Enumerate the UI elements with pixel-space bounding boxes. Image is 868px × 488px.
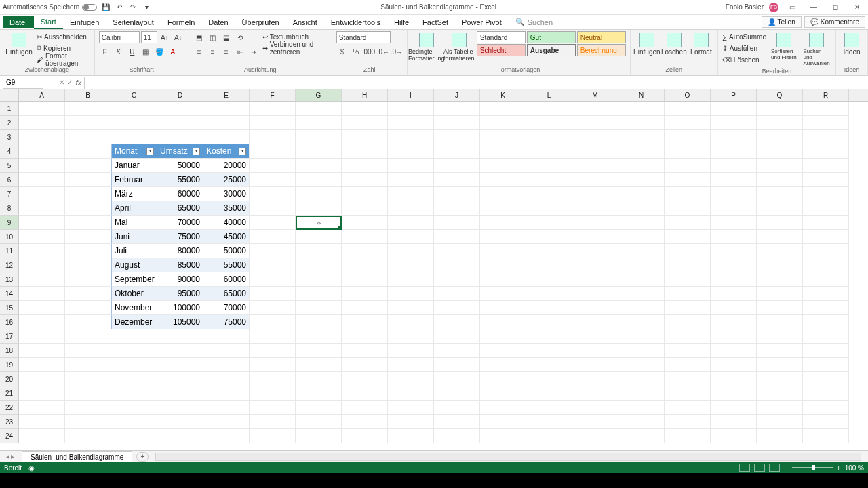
cell-J6[interactable] bbox=[434, 173, 480, 187]
column-header-K[interactable]: K bbox=[480, 89, 526, 101]
style-berechnung[interactable]: Berechnung bbox=[577, 44, 626, 56]
autosave[interactable]: Automatisches Speichern bbox=[3, 3, 97, 11]
cell-D1[interactable] bbox=[157, 102, 203, 116]
cell-N11[interactable] bbox=[618, 244, 665, 258]
cell-E7[interactable]: 30000 bbox=[203, 187, 250, 201]
cell-Q19[interactable] bbox=[757, 358, 803, 372]
cell-D7[interactable]: 60000 bbox=[157, 187, 203, 201]
cell-C11[interactable]: Juli bbox=[111, 244, 157, 258]
cell-G10[interactable] bbox=[296, 230, 342, 244]
cell-L22[interactable] bbox=[526, 401, 572, 415]
column-header-D[interactable]: D bbox=[157, 89, 203, 101]
cell-B10[interactable] bbox=[65, 230, 111, 244]
cell-D15[interactable]: 100000 bbox=[157, 301, 203, 315]
cell-K13[interactable] bbox=[480, 272, 526, 287]
cell-R4[interactable] bbox=[803, 144, 849, 159]
cell-F17[interactable] bbox=[250, 329, 296, 344]
fill-button[interactable]: ↧Ausfüllen bbox=[722, 43, 766, 54]
orientation-icon[interactable]: ⟲ bbox=[234, 31, 246, 43]
cell-G4[interactable] bbox=[296, 144, 342, 159]
cell-F9[interactable] bbox=[250, 216, 296, 230]
cell-C23[interactable] bbox=[111, 415, 157, 429]
border-icon[interactable]: ▦ bbox=[140, 45, 152, 58]
font-name-select[interactable]: Calibri bbox=[99, 31, 140, 43]
cell-N12[interactable] bbox=[618, 258, 665, 272]
tab-insert[interactable]: Einfügen bbox=[63, 16, 106, 28]
cell-E19[interactable] bbox=[203, 358, 250, 372]
cell-R19[interactable] bbox=[803, 358, 849, 372]
cell-C3[interactable] bbox=[111, 130, 157, 144]
cell-P3[interactable] bbox=[711, 130, 757, 144]
cell-E9[interactable]: 40000 bbox=[203, 216, 250, 230]
zoom-level[interactable]: 100 % bbox=[845, 464, 864, 472]
cell-A14[interactable] bbox=[19, 287, 65, 301]
cell-G11[interactable] bbox=[296, 244, 342, 258]
cell-L11[interactable] bbox=[526, 244, 572, 258]
cell-O12[interactable] bbox=[665, 258, 711, 272]
row-header-21[interactable]: 21 bbox=[0, 386, 19, 401]
cell-Q2[interactable] bbox=[757, 116, 803, 130]
cell-Q14[interactable] bbox=[757, 287, 803, 301]
column-header-P[interactable]: P bbox=[711, 89, 757, 101]
cell-A8[interactable] bbox=[19, 201, 65, 216]
cell-N16[interactable] bbox=[618, 315, 665, 329]
cell-O1[interactable] bbox=[665, 102, 711, 116]
row-header-9[interactable]: 9 bbox=[0, 216, 19, 230]
cell-A19[interactable] bbox=[19, 358, 65, 372]
cell-M12[interactable] bbox=[572, 258, 618, 272]
cell-M5[interactable] bbox=[572, 159, 618, 173]
cell-L18[interactable] bbox=[526, 344, 572, 358]
cell-J22[interactable] bbox=[434, 401, 480, 415]
cell-Q20[interactable] bbox=[757, 372, 803, 386]
cell-R12[interactable] bbox=[803, 258, 849, 272]
cell-H2[interactable] bbox=[342, 116, 388, 130]
cell-K11[interactable] bbox=[480, 244, 526, 258]
cell-J9[interactable] bbox=[434, 216, 480, 230]
cell-E8[interactable]: 35000 bbox=[203, 201, 250, 216]
row-header-10[interactable]: 10 bbox=[0, 230, 19, 244]
cell-N9[interactable] bbox=[618, 216, 665, 230]
cell-P24[interactable] bbox=[711, 429, 757, 443]
column-header-J[interactable]: J bbox=[434, 89, 480, 101]
cell-F11[interactable] bbox=[250, 244, 296, 258]
cell-O24[interactable] bbox=[665, 429, 711, 443]
cell-O10[interactable] bbox=[665, 230, 711, 244]
cell-N19[interactable] bbox=[618, 358, 665, 372]
cell-C17[interactable] bbox=[111, 329, 157, 344]
cell-Q16[interactable] bbox=[757, 315, 803, 329]
save-icon[interactable]: 💾 bbox=[101, 3, 111, 12]
column-header-B[interactable]: B bbox=[65, 89, 111, 101]
tab-help[interactable]: Hilfe bbox=[387, 16, 416, 28]
cell-I5[interactable] bbox=[388, 159, 434, 173]
cell-O17[interactable] bbox=[665, 329, 711, 344]
cell-O14[interactable] bbox=[665, 287, 711, 301]
cell-B21[interactable] bbox=[65, 386, 111, 401]
cell-J7[interactable] bbox=[434, 187, 480, 201]
cell-J8[interactable] bbox=[434, 201, 480, 216]
column-header-N[interactable]: N bbox=[618, 89, 665, 101]
comments-button[interactable]: 💬 Kommentare bbox=[804, 16, 865, 28]
cell-K20[interactable] bbox=[480, 372, 526, 386]
column-header-F[interactable]: F bbox=[250, 89, 296, 101]
cell-C18[interactable] bbox=[111, 344, 157, 358]
cell-G17[interactable] bbox=[296, 329, 342, 344]
cell-C22[interactable] bbox=[111, 401, 157, 415]
filter-button-umsatz[interactable]: ▾ bbox=[193, 148, 200, 155]
increase-font-icon[interactable]: A↑ bbox=[159, 31, 171, 43]
cell-E13[interactable]: 60000 bbox=[203, 272, 250, 287]
row-header-11[interactable]: 11 bbox=[0, 244, 19, 258]
cell-O3[interactable] bbox=[665, 130, 711, 144]
cell-P1[interactable] bbox=[711, 102, 757, 116]
cell-I13[interactable] bbox=[388, 272, 434, 287]
formula-input[interactable] bbox=[84, 77, 868, 89]
cell-D9[interactable]: 70000 bbox=[157, 216, 203, 230]
italic-icon[interactable]: K bbox=[113, 45, 125, 58]
cell-G13[interactable] bbox=[296, 272, 342, 287]
row-header-12[interactable]: 12 bbox=[0, 258, 19, 272]
cell-L19[interactable] bbox=[526, 358, 572, 372]
cell-C10[interactable]: Juni bbox=[111, 230, 157, 244]
cell-M21[interactable] bbox=[572, 386, 618, 401]
cell-O22[interactable] bbox=[665, 401, 711, 415]
align-top-icon[interactable]: ⬒ bbox=[193, 31, 205, 43]
cell-J3[interactable] bbox=[434, 130, 480, 144]
